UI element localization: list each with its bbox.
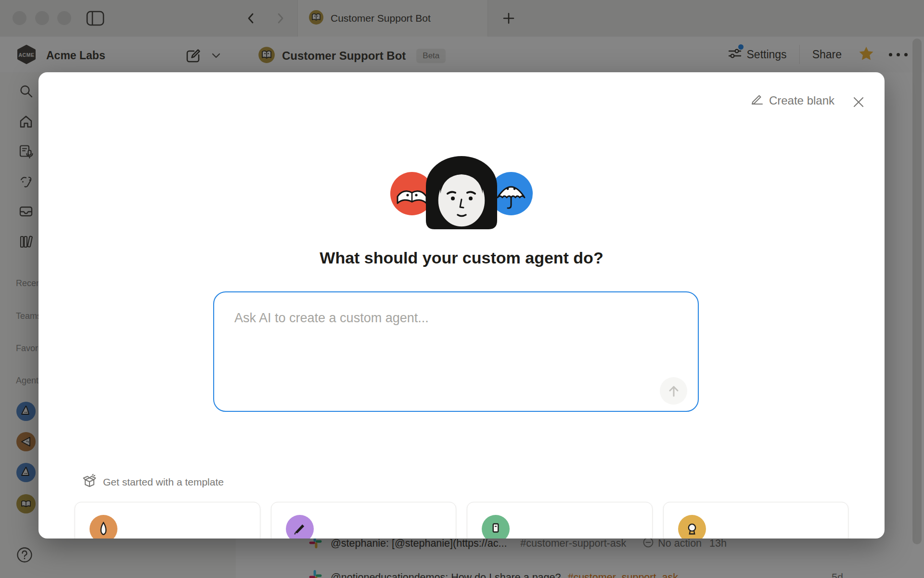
create-agent-modal: Create blank (38, 72, 885, 539)
screen: Customer Support Bot ACME Acme Labs (0, 0, 924, 578)
templates-header: Get started with a template (83, 474, 224, 490)
template-card[interactable] (663, 502, 849, 539)
modal-heading: What should your custom agent do? (38, 249, 885, 267)
create-blank-label: Create blank (769, 94, 834, 107)
pencil-icon (751, 92, 764, 108)
create-blank-button[interactable]: Create blank (751, 92, 834, 108)
template-card[interactable] (271, 502, 457, 539)
template-avatar (286, 515, 314, 539)
template-avatar (678, 515, 706, 539)
template-card[interactable] (467, 502, 653, 539)
templates-header-label: Get started with a template (103, 476, 224, 488)
close-icon[interactable] (851, 94, 866, 110)
agent-illustration (382, 149, 541, 238)
template-box-icon (83, 474, 96, 490)
submit-arrow-button[interactable] (660, 377, 687, 405)
template-avatar (90, 515, 117, 539)
agent-prompt-box (213, 291, 699, 412)
agent-prompt-input[interactable] (214, 292, 698, 411)
template-card[interactable] (75, 502, 260, 539)
template-avatar (482, 515, 510, 539)
template-card-list (75, 502, 848, 539)
